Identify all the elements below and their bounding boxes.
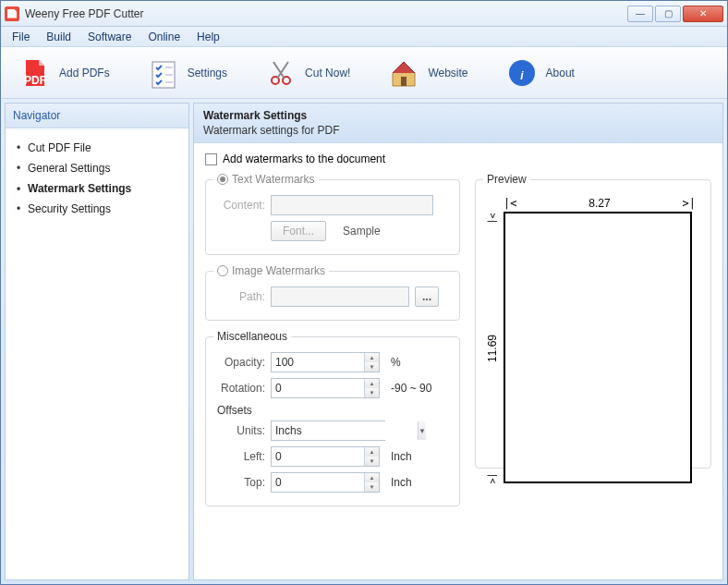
opacity-unit: % (391, 356, 401, 369)
offsets-label: Offsets (217, 404, 452, 417)
misc-legend: Miscellaneous (213, 330, 291, 343)
sample-label: Sample (343, 225, 381, 238)
rotation-label: Rotation: (213, 382, 265, 395)
navigator-list: Cut PDF File General Settings Watermark … (6, 128, 188, 228)
app-window: Weeny Free PDF Cutter — ▢ ✕ File Build S… (0, 0, 728, 585)
width-dimension: |< 8.27 >| (504, 197, 696, 210)
toolbar-settings[interactable]: Settings (140, 52, 234, 94)
browse-button[interactable]: ... (415, 286, 439, 307)
content-area: Navigator Cut PDF File General Settings … (1, 99, 727, 584)
house-icon (387, 56, 420, 90)
toolbar-website[interactable]: Website (381, 52, 474, 94)
window-title: Weeny Free PDF Cutter (25, 7, 627, 20)
rotation-input[interactable] (272, 379, 364, 397)
rotation-down[interactable]: ▼ (365, 388, 379, 397)
toolbar-cut-now[interactable]: Cut Now! (258, 52, 357, 94)
menu-file[interactable]: File (5, 29, 37, 45)
navigator-title: Navigator (6, 104, 188, 128)
left-input[interactable] (272, 447, 364, 466)
page-subtitle: Watermark settings for PDF (203, 124, 713, 137)
toolbar: PDF Add PDFs Settings Cut Now! Website i (1, 47, 727, 99)
left-unit: Inch (391, 450, 412, 463)
image-watermarks-legend: Image Watermarks (213, 264, 329, 277)
nav-item-security-settings[interactable]: Security Settings (11, 199, 183, 219)
arrow-left-icon: |< (504, 197, 516, 210)
content-label: Content: (213, 199, 265, 212)
left-column: Text Watermarks Content: Font... Sample (205, 173, 460, 506)
nav-item-watermark-settings[interactable]: Watermark Settings (11, 178, 183, 199)
menu-software[interactable]: Software (80, 29, 139, 45)
image-watermarks-group: Image Watermarks Path: ... (205, 264, 460, 321)
main-panel: Watermark Settings Watermark settings fo… (193, 103, 723, 580)
left-up[interactable]: ▲ (365, 447, 379, 457)
preview-height: 11.69 (486, 335, 499, 362)
checklist-icon (147, 56, 180, 90)
svg-text:PDF: PDF (24, 74, 46, 87)
opacity-down[interactable]: ▼ (365, 362, 379, 372)
top-input[interactable] (272, 473, 364, 492)
arrow-right-icon: >| (683, 197, 696, 210)
arrow-up-icon: >| (487, 213, 497, 224)
units-combo[interactable]: ▼ (271, 420, 385, 441)
window-controls: — ▢ ✕ (627, 6, 723, 22)
text-watermarks-radio[interactable] (217, 174, 228, 185)
opacity-label: Opacity: (213, 356, 265, 369)
rotation-up[interactable]: ▲ (365, 379, 379, 388)
svg-rect-7 (401, 77, 406, 86)
arrow-down-icon: |< (487, 472, 497, 483)
units-input[interactable] (272, 421, 418, 440)
toolbar-add-pdfs[interactable]: PDF Add PDFs (12, 52, 116, 94)
units-label: Units: (213, 424, 265, 437)
left-spinner[interactable]: ▲▼ (271, 446, 380, 467)
top-unit: Inch (391, 476, 412, 489)
settings-columns: Text Watermarks Content: Font... Sample (205, 173, 711, 506)
scissors-icon (264, 56, 297, 90)
close-button[interactable]: ✕ (683, 6, 723, 22)
menu-build[interactable]: Build (39, 29, 79, 45)
preview-width: 8.27 (588, 197, 610, 210)
text-watermarks-group: Text Watermarks Content: Font... Sample (205, 173, 460, 255)
toolbar-about[interactable]: i About (499, 52, 581, 94)
content-input[interactable] (271, 195, 433, 215)
top-up[interactable]: ▲ (365, 473, 379, 482)
titlebar[interactable]: Weeny Free PDF Cutter — ▢ ✕ (1, 1, 727, 27)
top-label: Top: (213, 476, 265, 489)
left-down[interactable]: ▼ (365, 457, 379, 466)
font-button[interactable]: Font... (271, 221, 326, 241)
info-icon: i (505, 56, 539, 90)
minimize-button[interactable]: — (627, 6, 653, 22)
height-dimension: >| 11.69 |< (485, 213, 500, 483)
nav-item-cut-pdf[interactable]: Cut PDF File (11, 138, 183, 158)
page-title: Watermark Settings (203, 109, 713, 122)
opacity-input[interactable] (272, 353, 364, 372)
top-down[interactable]: ▼ (365, 482, 379, 492)
rotation-hint: -90 ~ 90 (391, 382, 431, 395)
text-watermarks-legend: Text Watermarks (213, 173, 319, 186)
preview-box: |< 8.27 >| >| 11.69 |< (483, 195, 703, 489)
path-input[interactable] (271, 286, 409, 307)
image-watermarks-radio[interactable] (217, 265, 228, 276)
menu-help[interactable]: Help (189, 29, 227, 45)
menubar: File Build Software Online Help (1, 27, 727, 47)
preview-legend: Preview (483, 173, 530, 186)
preview-group: Preview |< 8.27 >| >| 11.69 (475, 173, 711, 469)
maximize-button[interactable]: ▢ (655, 6, 681, 22)
top-spinner[interactable]: ▲▼ (271, 472, 380, 493)
app-icon (5, 6, 19, 21)
miscellaneous-group: Miscellaneous Opacity: ▲▼ % Rotation (205, 330, 460, 506)
menu-online[interactable]: Online (140, 29, 188, 45)
add-watermarks-label: Add watermarks to the document (223, 152, 385, 165)
main-header: Watermark Settings Watermark settings fo… (194, 104, 722, 143)
nav-item-general-settings[interactable]: General Settings (11, 158, 183, 178)
left-label: Left: (213, 450, 265, 463)
units-dropdown-icon[interactable]: ▼ (418, 421, 426, 440)
add-watermarks-checkbox[interactable] (205, 153, 217, 165)
main-body: Add watermarks to the document Text Wate… (194, 143, 722, 579)
navigator-panel: Navigator Cut PDF File General Settings … (5, 103, 189, 580)
opacity-spinner[interactable]: ▲▼ (271, 352, 380, 372)
right-column: Preview |< 8.27 >| >| 11.69 (475, 173, 711, 506)
opacity-up[interactable]: ▲ (365, 353, 379, 362)
pdf-icon: PDF (18, 56, 52, 90)
rotation-spinner[interactable]: ▲▼ (271, 378, 380, 398)
preview-page (504, 212, 692, 483)
